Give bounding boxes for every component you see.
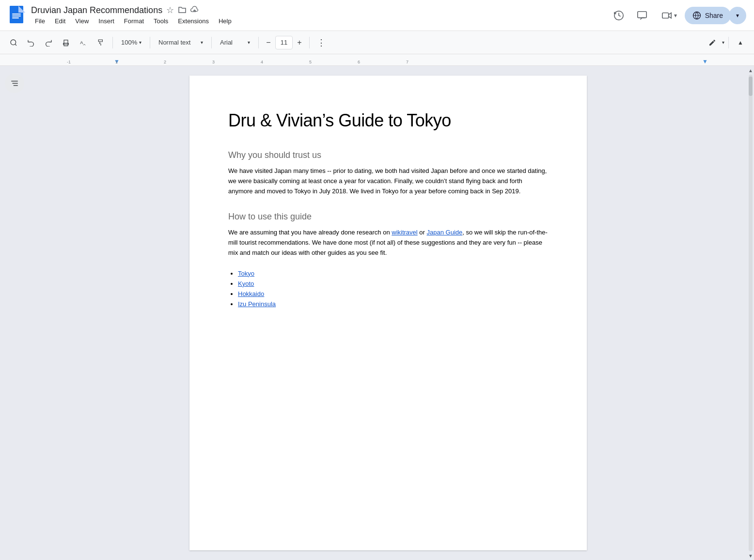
separator-5 [309,37,310,48]
font-chevron: ▾ [248,40,250,45]
font-value: Arial [220,39,233,46]
style-value: Normal text [158,39,190,46]
comments-button[interactable] [632,6,652,25]
toolbar-right: ▾ ▲ [705,35,748,50]
ruler-mark-4: 4 [261,60,263,64]
menu-format[interactable]: Format [120,16,148,26]
section2-heading[interactable]: How to use this guide [228,212,548,222]
toolbar: A 100% ▾ Normal text ▾ Arial ▾ − + ⋮ ▾ [0,31,754,54]
list-item-1[interactable]: Kyoto [238,280,548,287]
cloud-icon[interactable] [190,6,200,15]
star-icon[interactable]: ☆ [166,5,174,16]
scroll-track[interactable] [749,75,753,551]
menu-edit[interactable]: Edit [51,16,69,26]
font-dropdown[interactable]: Arial ▾ [216,35,254,50]
document-title-row: Druvian Japan Recommendations ☆ [31,5,603,16]
chevron-up-icon: ▲ [738,39,743,46]
list-item-0[interactable]: Tokyo [238,270,548,277]
video-button[interactable]: ▾ [656,7,681,24]
ruler-mark-7: 7 [406,60,408,64]
separator-1 [112,37,113,48]
history-button[interactable] [609,6,628,25]
menu-view[interactable]: View [71,16,93,26]
font-size-increase[interactable]: + [294,37,305,48]
folder-icon[interactable] [178,6,187,15]
scrollbar[interactable]: ▲ ▼ [747,66,754,560]
scroll-up-button[interactable]: ▲ [747,67,754,74]
font-size-controls: − + [263,35,305,50]
menu-tools[interactable]: Tools [150,16,172,26]
font-size-decrease[interactable]: − [263,37,274,48]
document-page: Dru & Vivian’s Guide to Tokyo Why you sh… [189,76,587,550]
section1-heading[interactable]: Why you should trust us [228,150,548,160]
edit-dropdown-icon[interactable]: ▾ [722,40,724,45]
top-right-actions: ▾ Share ▾ [609,6,746,25]
collapse-toolbar-button[interactable]: ▲ [733,35,748,50]
section2-text-pre: We are assuming that you have already do… [228,229,392,236]
zoom-chevron: ▾ [139,40,141,45]
share-dropdown-button[interactable]: ▾ [729,7,746,24]
svg-rect-7 [662,13,668,18]
search-button[interactable] [6,35,21,50]
bullet-list: Tokyo Kyoto Hokkaido Izu Peninsula [238,270,548,308]
redo-button[interactable] [41,35,56,50]
share-label: Share [705,12,723,19]
print-button[interactable] [58,35,74,50]
share-group: Share ▾ [685,7,746,24]
separator-2 [150,37,150,48]
separator-3 [211,37,212,48]
undo-button[interactable] [23,35,39,50]
svg-text:A: A [80,40,83,45]
menu-file[interactable]: File [31,16,49,26]
document-title[interactable]: Druvian Japan Recommendations [31,5,162,16]
outline-button[interactable] [5,74,24,93]
ruler-mark-5: 5 [309,60,312,64]
list-item-3[interactable]: Izu Peninsula [238,300,548,308]
menu-help[interactable]: Help [215,16,236,26]
separator-4 [258,37,259,48]
japan-guide-link[interactable]: Japan Guide [427,229,463,236]
spellcheck-button[interactable]: A [76,35,91,50]
svg-point-9 [11,40,16,45]
menu-extensions[interactable]: Extensions [174,16,213,26]
zoom-value: 100% [121,39,137,46]
svg-rect-5 [12,17,19,18]
share-button[interactable]: Share [685,7,731,24]
app-logo [8,6,25,25]
main-area: Dru & Vivian’s Guide to Tokyo Why you sh… [0,66,754,560]
left-sidebar [0,66,29,560]
ruler-mark-2: 2 [164,60,166,64]
separator-6 [728,37,729,48]
svg-rect-4 [12,16,21,16]
section1-body[interactable]: We have visited Japan many times -- prio… [228,166,548,196]
share-dropdown-icon: ▾ [736,12,739,19]
paint-format-button[interactable] [93,35,109,50]
ruler-mark-3: 3 [212,60,215,64]
zoom-dropdown[interactable]: 100% ▾ [117,35,146,50]
section2-text-mid: or [418,229,427,236]
ruler-mark-neg1: -1 [67,60,71,64]
style-chevron: ▾ [201,40,203,45]
document-main-title[interactable]: Dru & Vivian’s Guide to Tokyo [228,110,548,131]
ruler-mark-6: 6 [358,60,360,64]
style-dropdown[interactable]: Normal text ▾ [154,35,207,50]
menu-insert[interactable]: Insert [94,16,118,26]
font-size-input[interactable] [275,36,293,49]
more-options-button[interactable]: ⋮ [314,35,329,50]
document-container: Dru & Vivian’s Guide to Tokyo Why you sh… [29,66,747,560]
scroll-down-button[interactable]: ▼ [747,552,754,559]
section2-body: We are assuming that you have already do… [228,228,548,258]
title-area: Druvian Japan Recommendations ☆ File Edi… [31,5,603,26]
ruler-mark-1: 1 [115,60,118,64]
svg-rect-3 [12,14,21,15]
list-item-2[interactable]: Hokkaido [238,290,548,297]
scroll-thumb[interactable] [749,77,753,96]
title-icons: ☆ [166,5,200,16]
top-bar: Druvian Japan Recommendations ☆ File Edi… [0,0,754,31]
wikitravel-link[interactable]: wikitravel [392,229,417,236]
video-dropdown-icon[interactable]: ▾ [674,12,677,19]
ruler: ▼ ▼ -1 1 2 3 4 5 6 7 [0,54,754,66]
edit-mode-button[interactable] [705,35,720,50]
ruler-tab-right[interactable]: ▼ [702,58,708,65]
svg-rect-6 [637,11,646,17]
